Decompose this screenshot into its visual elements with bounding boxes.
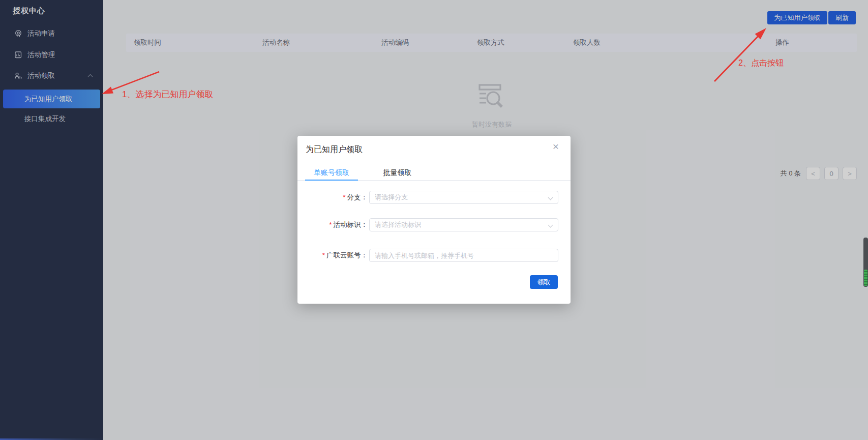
tab-single-account[interactable]: 单账号领取 (305, 165, 358, 181)
field-label-cloud-account: *广联云账号： (297, 251, 368, 260)
branch-select-placeholder: 请选择分支 (375, 193, 408, 202)
modal-title: 为已知用户领取 (306, 144, 363, 155)
annotation-arrow-2 (709, 23, 770, 84)
modal-tabs: 单账号领取 批量领取 (305, 165, 420, 181)
claim-modal: 为已知用户领取 × 单账号领取 批量领取 *分支： 请选择分支 *活动标识： 请… (297, 136, 571, 304)
tab-batch[interactable]: 批量领取 (374, 165, 420, 181)
branch-select[interactable]: 请选择分支 (369, 191, 558, 204)
chevron-down-icon (548, 223, 553, 228)
chevron-down-icon (548, 195, 553, 200)
field-label-branch: *分支： (297, 193, 368, 202)
annotation-step1-text: 1、选择为已知用户领取 (122, 89, 213, 100)
cloud-account-input[interactable] (375, 252, 553, 259)
close-icon: × (553, 140, 559, 152)
form-row-activity-id: *活动标识： 请选择活动标识 (297, 218, 571, 231)
required-mark: * (322, 251, 325, 259)
claim-submit-button[interactable]: 领取 (530, 275, 558, 289)
activity-id-select-placeholder: 请选择活动标识 (375, 220, 421, 229)
app-root: 授权中心 活动申请 活动管理 (0, 0, 868, 440)
required-mark: * (329, 221, 332, 228)
activity-id-select[interactable]: 请选择活动标识 (369, 218, 558, 231)
cloud-account-field (369, 249, 558, 262)
close-button[interactable]: × (548, 139, 563, 154)
form-row-cloud-account: *广联云账号： (297, 249, 571, 262)
field-label-activity-id: *活动标识： (297, 220, 368, 229)
annotation-step2-text: 2、点击按钮 (738, 58, 784, 69)
form-row-branch: *分支： 请选择分支 (297, 191, 571, 204)
required-mark: * (343, 193, 345, 201)
scrollbar-green-marker (864, 270, 867, 286)
vertical-scrollbar[interactable] (863, 238, 868, 287)
scrollbar-thumb[interactable] (863, 238, 868, 287)
